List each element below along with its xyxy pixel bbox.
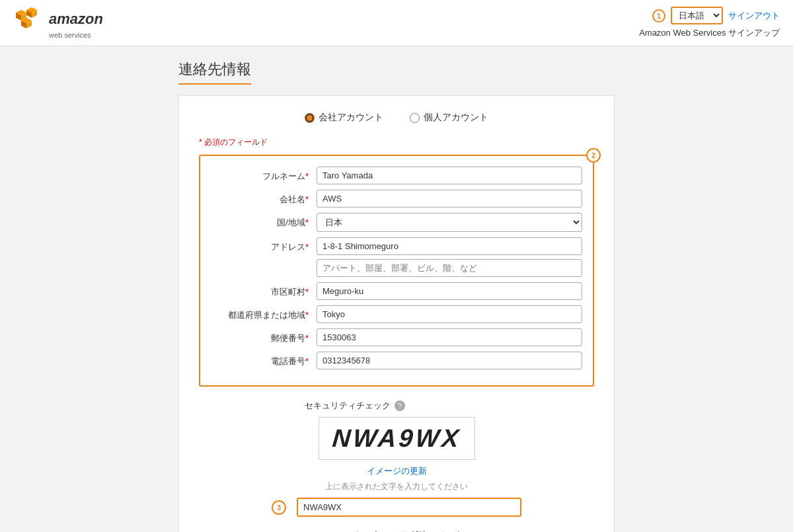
fullname-required: * [305, 171, 309, 181]
captcha-instruction: 上に表示された文字を入力してください [199, 481, 594, 492]
main-content: 連絡先情報 会社アカウント 個人アカウント * 必須のフィールド 2 フ [165, 59, 628, 532]
security-section: セキュリティチェック ? NWA9WX イメージの更新 上に表示された文字を入力… [199, 400, 594, 517]
phone-input[interactable] [317, 352, 582, 369]
captcha-input-row: 3 [199, 498, 594, 517]
header: amazon web services 1 日本語 English サインアウト… [0, 0, 793, 46]
city-row: 市区町村* [211, 282, 582, 300]
country-row: 国/地域* 日本 米国 中国 韓国 その他 [211, 213, 582, 232]
city-required: * [305, 287, 309, 297]
step-badge-3: 3 [272, 500, 286, 515]
postal-label: 郵便番号* [211, 328, 317, 344]
personal-account-label: 個人アカウント [424, 112, 488, 124]
postal-input[interactable] [317, 328, 582, 346]
captcha-display-text: NWA9WX [331, 424, 463, 453]
company-account-radio[interactable] [305, 113, 315, 123]
captcha-image: NWA9WX [319, 417, 475, 460]
city-input[interactable] [317, 282, 582, 300]
company-required: * [305, 194, 309, 204]
phone-label: 電話番号* [211, 352, 317, 367]
captcha-input[interactable] [297, 498, 521, 517]
signout-link[interactable]: サインアウト [728, 10, 780, 22]
phone-required: * [305, 356, 309, 366]
address-label: アドレス* [211, 237, 317, 253]
state-required: * [305, 310, 309, 320]
state-label: 都道府県または地域* [211, 305, 317, 321]
web-services-text: web services [49, 31, 91, 39]
amazon-logo-text: amazon [49, 12, 103, 26]
state-row: 都道府県または地域* [211, 305, 582, 323]
company-input[interactable] [317, 190, 582, 208]
form-card: 会社アカウント 個人アカウント * 必須のフィールド 2 フルネーム* [178, 95, 615, 532]
company-account-radio-label[interactable]: 会社アカウント [305, 112, 383, 124]
address2-input[interactable] [317, 259, 582, 277]
logo-area: amazon web services [13, 7, 103, 39]
step-badge-2: 2 [586, 148, 601, 163]
logo-amazon: amazon [13, 7, 103, 31]
country-required: * [305, 217, 309, 227]
page-title-area: 連絡先情報 [178, 59, 615, 85]
required-note: * 必須のフィールド [199, 137, 594, 148]
help-icon[interactable]: ? [395, 400, 405, 411]
lang-row: 1 日本語 English サインアウト [652, 7, 780, 24]
company-account-label: 会社アカウント [319, 112, 383, 124]
security-label: セキュリティチェック [305, 400, 391, 412]
address-required: * [305, 242, 309, 252]
country-label: 国/地域* [211, 213, 317, 229]
postal-required: * [305, 333, 309, 343]
fullname-label: フルネーム* [211, 167, 317, 182]
page-title: 連絡先情報 [178, 59, 251, 85]
postal-row: 郵便番号* [211, 328, 582, 346]
fullname-input[interactable] [317, 167, 582, 184]
company-row: 会社名* [211, 190, 582, 208]
city-label: 市区町村* [211, 282, 317, 298]
account-type-row: 会社アカウント 個人アカウント [199, 112, 594, 124]
required-star: * [199, 137, 202, 147]
security-label-row: セキュリティチェック ? [305, 400, 594, 412]
signup-text: Amazon Web Services サインアップ [639, 27, 780, 39]
fullname-row: フルネーム* [211, 167, 582, 184]
country-select[interactable]: 日本 米国 中国 韓国 その他 [317, 213, 582, 232]
fields-container: 2 フルネーム* 会社名* 国/地域* [199, 155, 594, 387]
aws-logo-icon [13, 7, 45, 31]
header-right: 1 日本語 English サインアウト Amazon Web Services… [639, 7, 780, 39]
language-select[interactable]: 日本語 English [671, 7, 723, 24]
personal-account-radio[interactable] [410, 113, 420, 123]
phone-row: 電話番号* [211, 352, 582, 369]
company-label: 会社名* [211, 190, 317, 206]
step-badge-1: 1 [652, 9, 665, 22]
refresh-captcha-link[interactable]: イメージの更新 [199, 465, 594, 477]
address-input[interactable] [317, 237, 582, 255]
required-note-text: 必須のフィールド [204, 137, 268, 147]
address-row: アドレス* [211, 237, 582, 277]
state-input[interactable] [317, 305, 582, 323]
personal-account-radio-label[interactable]: 個人アカウント [410, 112, 488, 124]
